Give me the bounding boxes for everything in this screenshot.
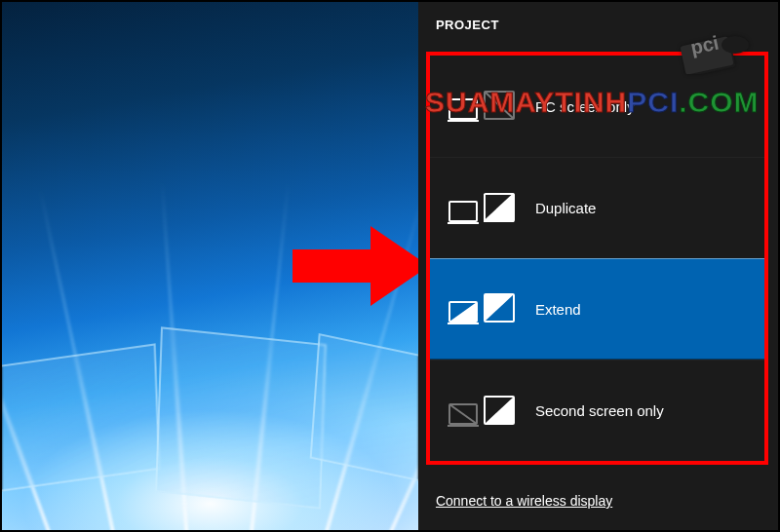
svg-rect-4 (449, 202, 477, 221)
second-screen-only-icon (448, 391, 518, 432)
option-label: Extend (535, 301, 581, 318)
desktop-wallpaper (2, 2, 418, 530)
option-extend[interactable]: Extend (430, 258, 764, 360)
option-label: Duplicate (535, 200, 597, 216)
option-label: PC screen only (535, 98, 635, 115)
pc-screen-only-icon (448, 86, 518, 127)
project-options-highlight: PC screen only Duplicate (426, 52, 768, 465)
option-duplicate[interactable]: Duplicate (430, 157, 764, 258)
screenshot-frame: PROJECT PC screen only (0, 0, 780, 532)
option-label: Second screen only (535, 402, 664, 419)
option-pc-screen-only[interactable]: PC screen only (430, 56, 764, 157)
project-panel: PROJECT PC screen only (418, 2, 778, 530)
duplicate-icon (448, 188, 518, 229)
panel-title: PROJECT (418, 2, 778, 44)
extend-icon (448, 288, 518, 329)
connect-wireless-display-link[interactable]: Connect to a wireless display (436, 493, 612, 509)
option-second-screen-only[interactable]: Second screen only (430, 360, 764, 461)
svg-rect-1 (449, 99, 477, 119)
